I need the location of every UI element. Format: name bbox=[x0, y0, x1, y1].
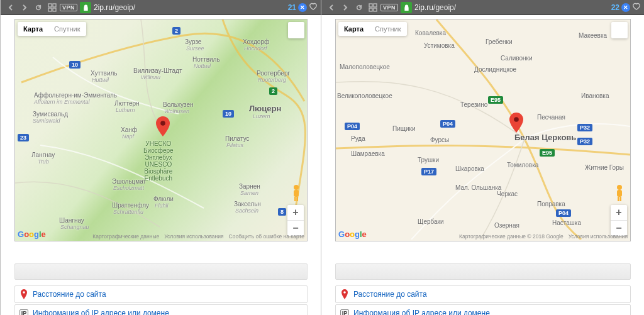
map-label: Великополовецкое bbox=[337, 92, 392, 99]
map-label-sub: Wolhusen bbox=[164, 108, 189, 114]
map[interactable]: Карта Спутник Аффольтерн-им-Эмменталь Af… bbox=[14, 19, 308, 241]
svg-point-19 bbox=[343, 291, 346, 294]
google-logo: Google bbox=[338, 229, 367, 239]
map-label: Ноттвиль bbox=[192, 56, 220, 63]
map-label-sub: Luthern bbox=[116, 107, 135, 113]
map-tab-satellite[interactable]: Спутник bbox=[369, 22, 406, 36]
map-label-sub: Affoltern im Emmental bbox=[34, 99, 90, 105]
map-label: Роотерберг bbox=[257, 70, 290, 77]
map-label: Мал. Ольшанка bbox=[455, 184, 501, 191]
link-label: Расстояние до сайта bbox=[353, 290, 427, 299]
map-label: Макеевка bbox=[579, 32, 607, 39]
map-credits: Картографические данные © 2018 GoogleУсл… bbox=[454, 233, 628, 240]
blocker-icon[interactable]: ✕ bbox=[621, 3, 630, 12]
link-distance[interactable]: Расстояние до сайта bbox=[14, 285, 308, 303]
ip-icon: IP bbox=[340, 308, 350, 315]
map[interactable]: Карта Спутник Гребенки Спицки Ковалевка … bbox=[335, 19, 631, 241]
map-city-label: Белая Церковь bbox=[514, 133, 576, 142]
map-label-sub: Willisau bbox=[141, 74, 160, 80]
svg-point-4 bbox=[160, 121, 165, 126]
map-label: Гребенки bbox=[486, 38, 513, 45]
back-button[interactable] bbox=[325, 1, 338, 14]
address-bar[interactable]: 2ip.ru/geoip/ bbox=[94, 3, 286, 12]
address-bar[interactable]: 2ip.ru/geoip/ bbox=[414, 3, 609, 12]
svg-rect-0 bbox=[48, 4, 52, 7]
browser-toolbar: VPN 2ip.ru/geoip/ 22 ✕ bbox=[321, 0, 644, 15]
road-shield: P32 bbox=[577, 138, 592, 145]
tab-count: 21 bbox=[288, 3, 296, 12]
map-label-sub: Huttwil bbox=[92, 77, 109, 83]
map-label: Зарнен bbox=[239, 183, 260, 190]
link-label: Расстояние до сайта bbox=[33, 290, 106, 299]
pin-icon bbox=[19, 289, 29, 299]
map-label: Житние Горы bbox=[585, 164, 624, 171]
road-shield: 10 bbox=[69, 61, 80, 69]
svg-rect-1 bbox=[53, 4, 56, 7]
browser-pane-right: VPN 2ip.ru/geoip/ 22 ✕ Карта Спутник bbox=[321, 0, 644, 315]
map-pin-icon bbox=[156, 116, 170, 136]
svg-rect-18 bbox=[620, 197, 622, 201]
map-label: Фурсы bbox=[430, 136, 449, 143]
svg-rect-6 bbox=[294, 190, 299, 197]
map-label: Хохдорф bbox=[243, 38, 269, 45]
back-button[interactable] bbox=[4, 1, 17, 14]
link-label: Информация об IP адресе или домене bbox=[33, 309, 169, 315]
map-tab-map[interactable]: Карта bbox=[338, 22, 369, 36]
map-label: Шраттенфлу bbox=[112, 202, 149, 209]
map-label: Эшольцмат bbox=[112, 178, 146, 185]
fullscreen-button[interactable] bbox=[611, 22, 628, 38]
pegman-icon[interactable] bbox=[289, 184, 303, 202]
map-tab-satellite[interactable]: Спутник bbox=[48, 22, 86, 36]
map-credits: Картографические данныеУсловия использов… bbox=[87, 233, 304, 240]
zoom-in-button[interactable]: + bbox=[287, 205, 304, 220]
fullscreen-button[interactable] bbox=[288, 22, 304, 38]
map-label: Руда bbox=[351, 135, 365, 142]
map-pin-icon bbox=[509, 113, 523, 133]
map-type-switch[interactable]: Карта Спутник bbox=[338, 22, 407, 36]
favorite-icon[interactable] bbox=[632, 2, 641, 13]
extensions-icon[interactable] bbox=[46, 2, 58, 13]
tab-count: 22 bbox=[611, 3, 619, 12]
map-label-sub: Hochdorf bbox=[244, 45, 267, 52]
map-label: Насташка bbox=[552, 219, 581, 226]
reload-button[interactable] bbox=[353, 1, 365, 14]
road-shield: 10 bbox=[223, 110, 234, 118]
map-type-switch[interactable]: Карта Спутник bbox=[18, 22, 86, 36]
map-label: Зумисвальд bbox=[33, 111, 68, 118]
map-label-sub: Schrattenflu bbox=[113, 209, 143, 215]
map-label: Пищики bbox=[392, 125, 416, 132]
zoom-control: + − bbox=[287, 205, 304, 236]
favorite-icon[interactable] bbox=[309, 2, 318, 13]
svg-point-14 bbox=[514, 117, 519, 122]
forward-button[interactable] bbox=[18, 1, 31, 14]
browser-toolbar: VPN 2ip.ru/geoip/ 21 ✕ bbox=[1, 0, 321, 15]
svg-rect-7 bbox=[294, 197, 296, 201]
map-tab-map[interactable]: Карта bbox=[18, 22, 48, 36]
map-label-sub: Nottwil bbox=[194, 63, 211, 69]
zoom-in-button[interactable]: + bbox=[611, 205, 627, 220]
link-ipinfo[interactable]: IP Информация об IP адресе или домене bbox=[335, 304, 631, 315]
map-label: Флюли bbox=[153, 196, 174, 202]
vpn-badge: VPN bbox=[380, 4, 398, 11]
svg-rect-13 bbox=[374, 8, 377, 11]
pegman-icon[interactable] bbox=[613, 184, 626, 202]
vpn-badge: VPN bbox=[60, 4, 77, 11]
road-shield: 2 bbox=[172, 27, 180, 35]
map-label: Вольхузен bbox=[163, 101, 194, 108]
map-park-label: УНЕСКО Биосфере Энтлебух UNESCO Biosphär… bbox=[143, 140, 174, 182]
map-label: Ханф bbox=[121, 126, 137, 133]
map-label: Шангнау bbox=[59, 217, 84, 224]
map-label-sub: Trub bbox=[38, 158, 49, 165]
svg-rect-17 bbox=[618, 197, 619, 201]
map-label: Люттерн bbox=[114, 100, 140, 107]
forward-button[interactable] bbox=[339, 1, 352, 14]
link-distance[interactable]: Расстояние до сайта bbox=[335, 285, 631, 303]
road-shield: P17 bbox=[421, 168, 436, 175]
extensions-icon[interactable] bbox=[367, 2, 379, 13]
map-label-sub: Flühli bbox=[155, 202, 169, 209]
road-shield: 8 bbox=[278, 208, 286, 216]
blocker-icon[interactable]: ✕ bbox=[298, 3, 307, 12]
link-ipinfo[interactable]: IP Информация об IP адресе или домене bbox=[14, 304, 308, 315]
reload-button[interactable] bbox=[32, 1, 45, 14]
svg-rect-2 bbox=[48, 8, 52, 11]
